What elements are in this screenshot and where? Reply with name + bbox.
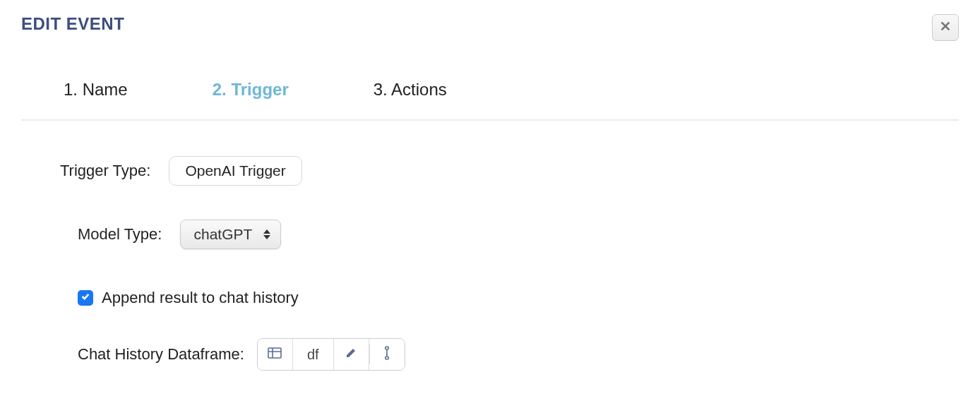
model-type-label: Model Type: — [78, 225, 162, 244]
append-history-label: Append result to chat history — [102, 289, 299, 307]
select-arrows-icon — [263, 229, 270, 239]
tab-actions[interactable]: 3. Actions — [374, 80, 447, 100]
model-type-value: chatGPT — [193, 226, 252, 243]
wizard-tabs: 1. Name 2. Trigger 3. Actions — [21, 80, 959, 119]
pencil-icon — [345, 347, 357, 362]
svg-rect-0 — [268, 348, 281, 358]
tabs-divider — [21, 119, 959, 121]
chat-history-label: Chat History Dataframe: — [78, 345, 244, 364]
dataframe-link-button[interactable] — [369, 339, 405, 370]
trigger-type-label: Trigger Type: — [60, 162, 150, 180]
tab-trigger[interactable]: 2. Trigger — [213, 80, 289, 100]
tab-name[interactable]: 1. Name — [64, 80, 128, 100]
check-icon — [80, 292, 90, 304]
table-icon — [267, 346, 282, 363]
model-type-select[interactable]: chatGPT — [180, 220, 281, 249]
chat-history-dataframe-group: df — [257, 338, 405, 371]
close-button[interactable] — [932, 14, 959, 41]
page-title: EDIT EVENT — [21, 14, 124, 34]
trigger-type-value[interactable]: OpenAI Trigger — [169, 156, 301, 186]
close-icon — [939, 20, 952, 35]
dataframe-table-button[interactable] — [258, 339, 293, 370]
dataframe-name: df — [293, 339, 334, 370]
link-icon — [382, 345, 392, 364]
dataframe-edit-button[interactable] — [334, 339, 369, 370]
append-history-checkbox[interactable] — [78, 290, 93, 306]
